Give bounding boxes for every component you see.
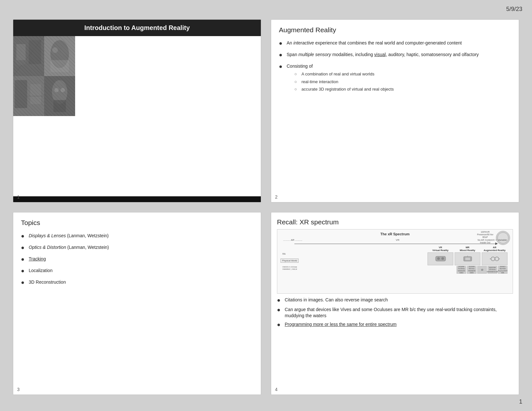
page-number-top: 5/9/23: [506, 6, 522, 13]
img-texture-1: [13, 36, 44, 76]
svg-rect-0: [13, 36, 44, 76]
slide3-bullet-3-text: Tracking: [29, 256, 46, 262]
xr-small-icon-2: INSMMMorseyHNNM/M SMO: [467, 266, 477, 274]
slide4-bullet-2: ● Can argue that devices like Vives and …: [277, 307, 513, 319]
svg-rect-17: [54, 100, 66, 112]
svg-point-25: [441, 257, 444, 260]
slide4-bullet-3: ● Programming more or less the same for …: [277, 321, 513, 329]
svg-point-18: [54, 88, 59, 92]
svg-point-9: [52, 47, 58, 53]
svg-rect-15: [44, 76, 75, 116]
slide2-number: 2: [275, 194, 278, 200]
slide3-bullet-4-text: Localization: [29, 267, 53, 274]
svg-point-19: [61, 88, 65, 92]
xr-diagram: The xR Spectrum 100%VRPresence/60 fov6Do…: [277, 229, 513, 294]
slide4-bullet-dot-3: ●: [277, 321, 283, 329]
sub-bullet-1: ○: [294, 71, 300, 77]
xr-diagram-title: The xR Spectrum: [280, 232, 510, 236]
svg-point-29: [491, 257, 495, 261]
svg-point-24: [437, 257, 440, 260]
xr-line: [294, 244, 496, 244]
svg-point-7: [50, 40, 69, 68]
slide2-sub-1: ○ A combination of real and virtual worl…: [294, 71, 394, 77]
svg-rect-3: [16, 44, 26, 60]
xr-label-ar: .......... AR ..........: [283, 239, 302, 241]
slide4-bullet-3-text: Programming more or less the same for en…: [285, 321, 397, 328]
slide3-bullet-dot-1: ●: [21, 232, 27, 240]
slide3-bullet-5: ● 3D Reconstruction: [21, 279, 253, 287]
slide4-bullet-1-text: Citations in images. Can also reverse im…: [285, 297, 388, 303]
slide1-image-1: [13, 36, 44, 76]
xr-cat-mr: MRMixed Reality: [455, 246, 480, 252]
slide1-image-2: [44, 36, 75, 76]
slide3-bullet-1-text: Displays & Lenses (Lanman, Wetzstein): [29, 232, 109, 239]
slide-2: Augmented Reality ● An interactive exper…: [271, 19, 519, 202]
xr-icon-mr-device: [455, 252, 480, 265]
slide3-bullet-4: ● Localization: [21, 267, 253, 275]
xr-bottom-icons-row: INMSN II.SSS●●INMMMC | IMLM INSMMFardway…: [282, 266, 507, 274]
slide3-bullet-dot-4: ●: [21, 267, 27, 275]
slide3-bullet-list: ● Displays & Lenses (Lanman, Wetzstein) …: [21, 232, 253, 290]
svg-rect-4: [29, 40, 41, 64]
svg-point-10: [61, 49, 68, 56]
xr-bottom-text: INMSN II.SSS●●INMMMC | IMLM: [282, 266, 315, 274]
slide3-title: Topics: [21, 219, 253, 227]
slide2-sub-3-text: accurate 3D registration of virtual and …: [301, 86, 394, 92]
sub-bullet-2: ○: [294, 79, 300, 85]
slide2-consisting-of: Consisting of: [287, 64, 313, 69]
slide3-bullet-dot-5: ●: [21, 278, 27, 287]
slide3-bullet-dot-3: ●: [21, 255, 27, 263]
xr-cat-vr: VRVirtual Reality: [428, 246, 453, 252]
slide2-sub-2: ○ real-time interaction: [294, 79, 394, 85]
slide3-bullet-dot-2: ●: [21, 243, 27, 252]
slide-3: Topics ● Displays & Lenses (Lanman, Wetz…: [13, 212, 261, 395]
svg-point-30: [495, 257, 499, 261]
slide3-bullet-2-text: Optics & Distortion (Lanman, Wetzstein): [29, 244, 109, 250]
slide2-sub-3: ○ accurate 3D registration of virtual an…: [294, 86, 394, 92]
slide2-bullet-3-content: Consisting of ○ A combination of real an…: [287, 63, 394, 94]
slide4-bullet-dot-1: ●: [277, 296, 283, 304]
xr-icon-vr-headset: [428, 252, 453, 265]
xr-arrow-line: [283, 242, 507, 245]
xr-small-icon-3: 🔘: [477, 266, 487, 274]
xr-small-icon-5: INNNONymberPoynor/AHT WN: [498, 266, 507, 274]
xr-arrow: [495, 242, 498, 245]
svg-rect-13: [30, 84, 41, 104]
slide2-sub-list: ○ A combination of real and virtual worl…: [287, 71, 394, 92]
slide-4: Recall: XR spectrum The xR Spectrum 100%…: [271, 212, 519, 395]
slide1-number: 1: [17, 194, 20, 200]
slide4-bullet-list: ● Citations in images. Can also reverse …: [277, 297, 513, 331]
svg-rect-27: [465, 258, 470, 260]
svg-rect-8: [50, 60, 69, 72]
slide4-number: 4: [275, 387, 278, 392]
xr-ra-label: RA: [282, 252, 286, 255]
slide2-bullet-3: ● Consisting of ○ A combination of real …: [279, 63, 511, 94]
xr-spectrum-bar: .......... AR .......... VR X = Variable: [283, 239, 507, 245]
slide1-image-4: [44, 76, 75, 116]
slide3-bullet-3: ● Tracking: [21, 256, 253, 263]
svg-rect-12: [15, 80, 27, 108]
svg-rect-11: [13, 76, 44, 116]
xr-icon-boxes: RA: [282, 252, 507, 265]
xr-icon-ar-glasses: [482, 252, 507, 265]
slide4-title: Recall: XR spectrum: [277, 218, 513, 226]
xr-label-vr: VR: [396, 239, 399, 241]
xr-bottom-device-icons: INSMMFardwayNNNN/M SMO INSMMMorseyHNNM/M…: [316, 266, 507, 274]
slide2-sub-2-text: real-time interaction: [301, 79, 338, 85]
slide2-bullet-list: ● An interactive experience that combine…: [279, 40, 511, 98]
slide4-bullet-2-text: Can argue that devices like Vives and so…: [285, 307, 513, 319]
bullet-dot-2: ●: [279, 51, 285, 59]
sub-bullet-3: ○: [294, 86, 300, 92]
slide3-bullet-5-text: 3D Reconstruction: [29, 279, 66, 285]
slide-1: Introduction to Augmented Reality: [13, 19, 261, 202]
slide3-bullet-1: ● Displays & Lenses (Lanman, Wetzstein): [21, 232, 253, 240]
xr-cat-ar: ARAugmented Reality: [482, 246, 507, 252]
bullet-dot-1: ●: [279, 39, 285, 47]
xr-small-icon-4: INNSSMSFrimesNNNNM/SOM: [488, 266, 497, 274]
slide4-bullet-dot-2: ●: [277, 306, 283, 314]
slide2-bullet-2: ● Span multiple sensory modalities, incl…: [279, 51, 511, 59]
bullet-dot-3: ●: [279, 62, 285, 71]
slide-1-title: Introduction to Augmented Reality: [13, 20, 261, 36]
slide4-bullet-1: ● Citations in images. Can also reverse …: [277, 297, 513, 304]
slide2-title: Augmented Reality: [279, 26, 511, 34]
